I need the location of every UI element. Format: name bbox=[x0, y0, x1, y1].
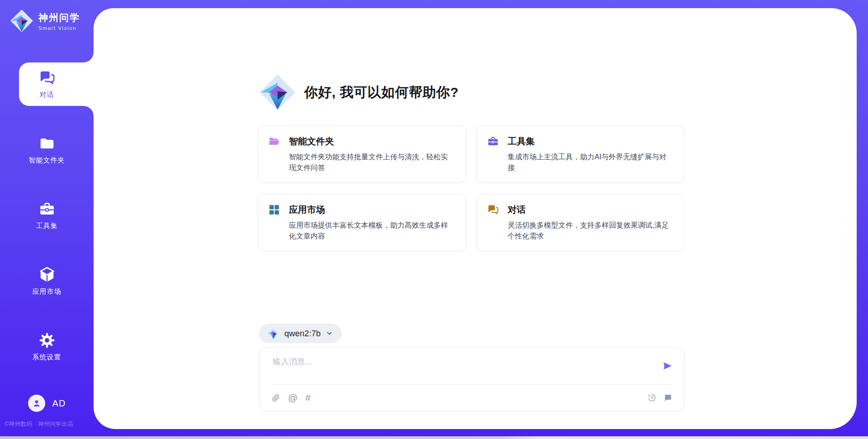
sidebar-item-label: 应用市场 bbox=[33, 287, 61, 296]
gem-logo-icon bbox=[268, 328, 279, 339]
card-description: 智能文件夹功能支持批量文件上传与清洗，轻松实现文件问答 bbox=[289, 152, 454, 173]
user-icon bbox=[32, 398, 42, 408]
gem-logo-icon bbox=[10, 9, 33, 33]
message-input[interactable] bbox=[272, 355, 647, 382]
card-title: 工具集 bbox=[508, 135, 535, 148]
greeting: 你好, 我可以如何帮助你? bbox=[259, 74, 459, 111]
card-description: 集成市场上主流工具，助力AI与外界无缝扩展与对接 bbox=[508, 152, 673, 173]
card-title: 对话 bbox=[508, 204, 526, 216]
card-title: 应用市场 bbox=[289, 204, 325, 216]
sidebar-item-label: 对话 bbox=[40, 91, 54, 99]
chat-icon bbox=[38, 69, 56, 86]
brand-subtitle: Smart Vision bbox=[38, 25, 80, 31]
gem-logo-icon bbox=[259, 74, 296, 111]
brand-logo: 神州问学 Smart Vision bbox=[10, 9, 80, 33]
feedback-bubble-icon[interactable] bbox=[663, 393, 672, 402]
gear-icon bbox=[38, 332, 56, 349]
grid-icon bbox=[268, 204, 280, 216]
card-toolset[interactable]: 工具集 集成市场上主流工具，助力AI与外界无缝扩展与对接 bbox=[476, 125, 684, 183]
sidebar-footer-credit: ©神州数码 · 神州问学出品 bbox=[5, 420, 73, 428]
sidebar-item-label: 智能文件夹 bbox=[29, 156, 65, 165]
card-title: 智能文件夹 bbox=[289, 135, 334, 148]
avatar bbox=[28, 395, 45, 412]
history-icon[interactable] bbox=[647, 393, 656, 402]
folder-open-icon bbox=[268, 135, 280, 148]
folder-icon bbox=[38, 135, 56, 152]
mention-icon[interactable]: @ bbox=[288, 393, 297, 402]
cube-icon bbox=[38, 266, 56, 283]
card-smart-folder[interactable]: 智能文件夹 智能文件夹功能支持批量文件上传与清洗，轻松实现文件问答 bbox=[258, 125, 466, 183]
sidebar-item-label: 系统设置 bbox=[33, 353, 61, 362]
card-app-market[interactable]: 应用市场 应用市场提供丰富长文本模板，助力高效生成多样化文章内容 bbox=[258, 194, 466, 251]
brand-name: 神州问学 bbox=[38, 11, 80, 24]
user-account[interactable]: AD bbox=[0, 395, 94, 412]
message-composer: @ # bbox=[259, 348, 684, 411]
feature-cards: 智能文件夹 智能文件夹功能支持批量文件上传与清洗，轻松实现文件问答 工具集 集成… bbox=[258, 125, 684, 251]
attachment-icon[interactable] bbox=[271, 393, 280, 402]
send-icon[interactable] bbox=[661, 360, 673, 372]
sidebar-item-smart-folder[interactable]: 智能文件夹 bbox=[0, 128, 94, 172]
model-name: qwen2:7b bbox=[284, 329, 321, 339]
sidebar-item-app-market[interactable]: 应用市场 bbox=[0, 259, 94, 303]
sidebar-item-chat[interactable]: 对话 bbox=[0, 62, 94, 106]
active-tab-background bbox=[19, 62, 94, 106]
user-initials: AD bbox=[52, 398, 66, 409]
card-chat[interactable]: 对话 灵活切换多模型文件，支持多样回复效果调试,满足个性化需求 bbox=[476, 194, 684, 251]
sidebar-item-label: 工具集 bbox=[36, 222, 58, 230]
sidebar-item-toolset[interactable]: 工具集 bbox=[0, 194, 94, 237]
toolbox-icon bbox=[38, 200, 56, 218]
composer-toolbar: @ # bbox=[271, 385, 672, 410]
greeting-title: 你好, 我可以如何帮助你? bbox=[304, 83, 459, 102]
model-selector[interactable]: qwen2:7b bbox=[259, 324, 342, 343]
chat-icon bbox=[487, 204, 499, 216]
sidebar-item-system-settings[interactable]: 系统设置 bbox=[0, 325, 94, 368]
toolbox-icon bbox=[487, 135, 499, 148]
bottom-edge-strip bbox=[0, 436, 868, 439]
sidebar: 神州问学 Smart Vision 对话 智能文件夹 工具集 应用市场 系统设置… bbox=[0, 0, 94, 439]
chevron-down-icon bbox=[326, 329, 333, 337]
card-description: 应用市场提供丰富长文本模板，助力高效生成多样化文章内容 bbox=[289, 220, 454, 242]
hashtag-icon[interactable]: # bbox=[305, 393, 311, 402]
card-description: 灵活切换多模型文件，支持多样回复效果调试,满足个性化需求 bbox=[508, 220, 673, 242]
